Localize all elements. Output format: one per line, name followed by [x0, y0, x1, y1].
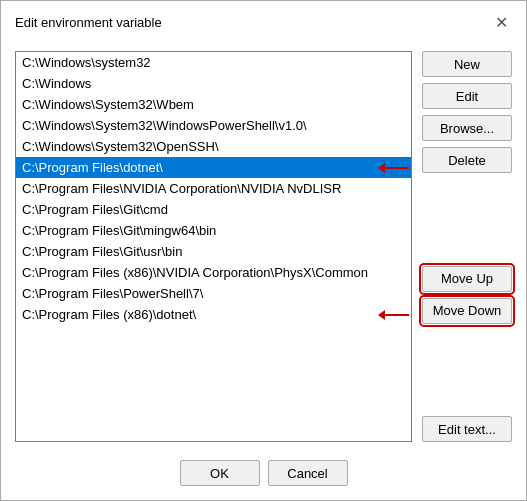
list-item[interactable]: C:\Program Files\Git\usr\bin: [16, 241, 411, 262]
list-item[interactable]: C:\Program Files\Git\cmd: [16, 199, 411, 220]
list-item[interactable]: C:\Windows\System32\WindowsPowerShell\v1…: [16, 115, 411, 136]
list-item[interactable]: C:\Program Files\PowerShell\7\: [16, 283, 411, 304]
title-bar: Edit environment variable ✕: [1, 1, 526, 41]
ok-button[interactable]: OK: [180, 460, 260, 486]
list-item[interactable]: C:\Program Files\NVIDIA Corporation\NVID…: [16, 178, 411, 199]
dialog-title: Edit environment variable: [15, 15, 162, 30]
edit-text-button[interactable]: Edit text...: [422, 416, 512, 442]
list-item[interactable]: C:\Windows\system32: [16, 52, 411, 73]
list-item[interactable]: C:\Program Files (x86)\NVIDIA Corporatio…: [16, 262, 411, 283]
action-buttons: New Edit Browse... Delete Move Up Move D…: [422, 51, 512, 442]
list-item[interactable]: C:\Windows: [16, 73, 411, 94]
browse-button[interactable]: Browse...: [422, 115, 512, 141]
new-button[interactable]: New: [422, 51, 512, 77]
env-var-list[interactable]: C:\Windows\system32C:\WindowsC:\Windows\…: [15, 51, 412, 442]
list-item[interactable]: C:\Windows\System32\Wbem: [16, 94, 411, 115]
dialog-footer: OK Cancel: [1, 452, 526, 500]
list-item[interactable]: C:\Program Files\dotnet\: [16, 157, 411, 178]
list-item[interactable]: C:\Program Files\Git\mingw64\bin: [16, 220, 411, 241]
list-item[interactable]: C:\Windows\System32\OpenSSH\: [16, 136, 411, 157]
move-up-button[interactable]: Move Up: [422, 266, 512, 292]
edit-button[interactable]: Edit: [422, 83, 512, 109]
cancel-button[interactable]: Cancel: [268, 460, 348, 486]
edit-env-var-dialog: Edit environment variable ✕ C:\Windows\s…: [0, 0, 527, 501]
list-item[interactable]: C:\Program Files (x86)\dotnet\: [16, 304, 411, 325]
move-down-button[interactable]: Move Down: [422, 298, 512, 324]
delete-button[interactable]: Delete: [422, 147, 512, 173]
close-button[interactable]: ✕: [490, 11, 512, 33]
dialog-body: C:\Windows\system32C:\WindowsC:\Windows\…: [1, 41, 526, 452]
